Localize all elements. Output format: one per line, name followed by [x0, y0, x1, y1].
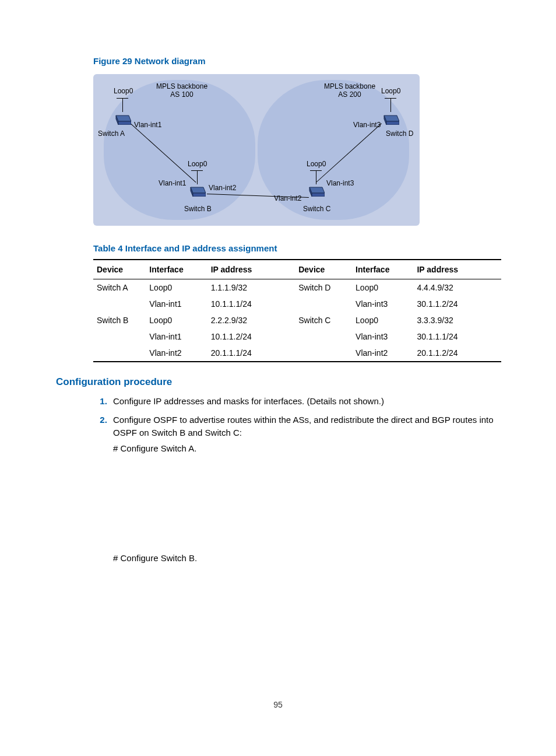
switch-icon	[114, 112, 131, 125]
label-loop0: Loop0	[307, 160, 326, 168]
td: Vlan-int1	[146, 328, 207, 345]
td: 20.1.1.1/24	[207, 345, 295, 362]
td	[93, 328, 146, 345]
td: Switch C	[295, 312, 352, 328]
line	[385, 98, 396, 99]
label-vlan3: Vlan-int3	[353, 121, 381, 129]
td	[295, 296, 352, 312]
td: Loop0	[352, 312, 413, 328]
th: IP address	[207, 260, 295, 279]
step-text: Configure OSPF to advertise routes withi…	[113, 415, 494, 438]
label-loop0: Loop0	[381, 87, 400, 95]
svg-marker-5	[386, 121, 399, 125]
list-item: Configure OSPF to advertise routes withi…	[110, 414, 504, 693]
td: 10.1.1.1/24	[207, 296, 295, 312]
td: Switch A	[93, 279, 146, 296]
td: 30.1.1.1/24	[413, 328, 501, 345]
line	[122, 98, 123, 112]
step-text: Configure IP addresses and masks for int…	[113, 396, 384, 406]
td: Switch D	[295, 279, 352, 296]
label-loop0: Loop0	[114, 87, 133, 95]
table-row: Vlan-int110.1.1.2/24Vlan-int330.1.1.1/24	[93, 328, 501, 345]
line	[390, 98, 391, 112]
td	[295, 328, 352, 345]
td: Vlan-int1	[146, 296, 207, 312]
label-vlan2: Vlan-int2	[274, 194, 301, 202]
td: Vlan-int3	[352, 296, 413, 312]
cloud-as100	[104, 80, 255, 220]
td: Loop0	[146, 312, 207, 328]
page-number: 95	[0, 700, 556, 709]
td: 4.4.4.9/32	[413, 279, 501, 296]
config-note: # Configure Switch B.	[113, 552, 504, 565]
ip-assignment-table: Device Interface IP address Device Inter…	[93, 259, 501, 362]
td	[295, 345, 352, 362]
th: Device	[295, 260, 352, 279]
label-switch-c: Switch C	[303, 205, 330, 213]
td: 20.1.1.2/24	[413, 345, 501, 362]
label-switch-a: Switch A	[98, 130, 125, 138]
label-vlan1: Vlan-int1	[134, 121, 161, 129]
label-loop0: Loop0	[188, 160, 207, 168]
table-row: Switch BLoop02.2.2.9/32Switch CLoop03.3.…	[93, 312, 501, 328]
table-row: Switch ALoop01.1.1.9/32Switch DLoop04.4.…	[93, 279, 501, 296]
td	[93, 296, 146, 312]
td	[93, 345, 146, 362]
switch-icon	[307, 184, 325, 197]
td: Switch B	[93, 312, 146, 328]
td: Vlan-int2	[352, 345, 413, 362]
label-switch-d: Switch D	[386, 130, 413, 138]
label-switch-b: Switch B	[184, 205, 212, 213]
spacer	[113, 565, 504, 693]
label-vlan3: Vlan-int3	[326, 179, 354, 187]
td: Vlan-int2	[146, 345, 207, 362]
svg-marker-8	[193, 193, 206, 197]
table-row: Vlan-int110.1.1.1/24Vlan-int330.1.1.2/24	[93, 296, 501, 312]
line	[197, 170, 198, 184]
td: Loop0	[146, 279, 207, 296]
th: Interface	[352, 260, 413, 279]
th: Interface	[146, 260, 207, 279]
table-row: Vlan-int220.1.1.1/24Vlan-int220.1.1.2/24	[93, 345, 501, 362]
line	[117, 98, 128, 99]
line	[191, 170, 203, 171]
line	[310, 170, 322, 171]
procedure-list: Configure IP addresses and masks for int…	[93, 395, 504, 693]
td: Vlan-int3	[352, 328, 413, 345]
figure-caption: Figure 29 Network diagram	[93, 56, 504, 66]
td: 3.3.3.9/32	[413, 312, 501, 328]
th: Device	[93, 260, 146, 279]
spacer	[113, 455, 504, 548]
td: Loop0	[352, 279, 413, 296]
label-as100: MPLS backboneAS 100	[156, 82, 207, 99]
label-as200: MPLS backboneAS 200	[324, 82, 375, 99]
svg-marker-11	[312, 193, 325, 197]
svg-marker-2	[118, 121, 131, 125]
label-vlan2: Vlan-int2	[209, 184, 236, 192]
switch-icon	[382, 112, 399, 125]
td: 30.1.1.2/24	[413, 296, 501, 312]
td: 10.1.1.2/24	[207, 328, 295, 345]
td: 2.2.2.9/32	[207, 312, 295, 328]
switch-icon	[188, 184, 206, 197]
list-item: Configure IP addresses and masks for int…	[110, 395, 504, 408]
line	[316, 170, 316, 184]
network-diagram: MPLS backboneAS 100 MPLS backboneAS 200 …	[93, 74, 420, 226]
config-note: # Configure Switch A.	[113, 442, 504, 455]
table-caption: Table 4 Interface and IP address assignm…	[93, 243, 504, 253]
label-vlan1: Vlan-int1	[159, 179, 186, 187]
td: 1.1.1.9/32	[207, 279, 295, 296]
th: IP address	[413, 260, 501, 279]
section-heading: Configuration procedure	[56, 376, 504, 388]
